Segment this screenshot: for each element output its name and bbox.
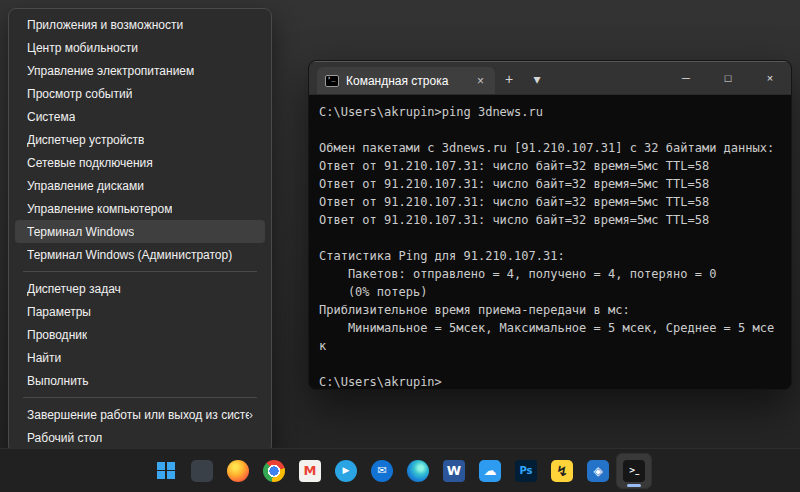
tab-command-prompt[interactable]: Командная строка × [317,67,495,94]
terminal-line [319,229,781,247]
menu-item-task-manager[interactable]: Диспетчер задач [15,277,265,300]
terminal-line: Пакетов: отправлено = 4, получено = 4, п… [319,265,781,283]
menu-item-label: Центр мобильности [27,41,138,55]
menu-item-computer-management[interactable]: Управление компьютером [15,197,265,220]
menu-item-file-explorer[interactable]: Проводник [15,323,265,346]
menu-item-label: Управление компьютером [27,202,172,216]
tab-title: Командная строка [346,74,448,88]
menu-separator [23,397,257,398]
menu-item-windows-terminal[interactable]: Терминал Windows [15,220,265,243]
telegram-icon: ▶ [335,460,357,482]
terminal-line: Ответ от 91.210.107.31: число байт=32 вр… [319,175,781,193]
taskbar: M ▶ ✉ W ☁ Ps [0,448,800,492]
taskbar-icon-photoshop[interactable]: Ps [509,454,543,488]
menu-item-label: Выполнить [27,374,89,388]
menu-item-label: Сетевые подключения [27,156,153,170]
taskbar-icon-edge[interactable] [401,454,435,488]
menu-item-label: Рабочий стол [27,431,102,445]
tab-dropdown-button[interactable]: ▾ [523,65,551,93]
taskbar-icon-word[interactable]: W [437,454,471,488]
windows-logo-icon [157,462,175,480]
menu-item-label: Управление дисками [27,179,144,193]
menu-item-desktop[interactable]: Рабочий стол [15,426,265,449]
menu-item-apps-and-features[interactable]: Приложения и возможности [15,13,265,36]
menu-item-label: Просмотр событий [27,87,132,101]
close-button[interactable]: × [749,61,791,94]
taskbar-icon-gmail[interactable]: M [293,454,327,488]
winx-menu: Приложения и возможности Центр мобильнос… [8,8,272,454]
menu-item-label: Терминал Windows (Администратор) [27,248,232,262]
command-prompt-icon [325,75,339,87]
photoshop-icon: Ps [515,460,537,482]
menu-item-label: Управление электропитанием [27,64,194,78]
lightning-icon: ↯ [551,460,573,482]
taskbar-icon-chrome[interactable] [257,454,291,488]
terminal-line: Ответ от 91.210.107.31: число байт=32 вр… [319,211,781,229]
terminal-line: Статистика Ping для 91.210.107.31: [319,247,781,265]
chrome-icon [263,460,285,482]
menu-item-settings[interactable]: Параметры [15,300,265,323]
menu-item-device-manager[interactable]: Диспетчер устройств [15,128,265,151]
menu-item-windows-terminal-admin[interactable]: Терминал Windows (Администратор) [15,243,265,266]
terminal-line: (0% потерь) [319,283,781,301]
minimize-button[interactable]: ─ [665,61,707,94]
terminal-line [319,121,781,139]
terminal-line: C:\Users\akrupin>ping 3dnews.ru [319,103,781,121]
new-tab-button[interactable]: + [495,65,523,93]
taskbar-icon-blue-app[interactable]: ◈ [581,454,615,488]
blue-app-icon: ◈ [587,460,609,482]
menu-item-run[interactable]: Выполнить [15,369,265,392]
menu-item-network-connections[interactable]: Сетевые подключения [15,151,265,174]
menu-item-event-viewer[interactable]: Просмотр событий [15,82,265,105]
menu-item-label: Приложения и возможности [27,18,183,32]
terminal-line: C:\Users\akrupin> [319,373,781,390]
chevron-right-icon: › [249,408,253,421]
menu-item-label: Диспетчер устройств [27,133,144,147]
menu-item-disk-management[interactable]: Управление дисками [15,174,265,197]
terminal-line: Обмен пакетами с 3dnews.ru [91.210.107.3… [319,139,781,157]
taskbar-icon-telegram[interactable]: ▶ [329,454,363,488]
firefox-icon [227,460,249,482]
terminal-window: Командная строка × + ▾ ─ □ × C:\Users\ak… [308,60,792,390]
menu-item-search[interactable]: Найти [15,346,265,369]
maximize-button[interactable]: □ [707,61,749,94]
cloud-app-icon: ☁ [479,460,501,482]
taskbar-icon-mail[interactable]: ✉ [365,454,399,488]
menu-item-label: Система [27,110,75,124]
terminal-line: Приблизительное время приема-передачи в … [319,301,781,319]
menu-item-power-options[interactable]: Управление электропитанием [15,59,265,82]
menu-item-label: Диспетчер задач [27,282,121,296]
taskbar-icon-terminal[interactable]: >_ [617,454,651,488]
menu-item-label: Найти [27,351,61,365]
menu-item-label: Терминал Windows [27,225,134,239]
terminal-line: Минимальное = 5мсек, Максимальное = 5 мс… [319,319,781,337]
menu-item-mobility-center[interactable]: Центр мобильности [15,36,265,59]
terminal-line: Ответ от 91.210.107.31: число байт=32 вр… [319,193,781,211]
word-icon: W [443,460,465,482]
taskbar-icon-dark-app[interactable] [185,454,219,488]
menu-item-label: Завершение работы или выход из системы [27,408,249,422]
taskbar-icon-cloud-app[interactable]: ☁ [473,454,507,488]
terminal-line: Ответ от 91.210.107.31: число байт=32 вр… [319,157,781,175]
tab-close-button[interactable]: × [474,73,487,89]
menu-item-label: Параметры [27,305,91,319]
menu-item-shutdown-or-signout[interactable]: Завершение работы или выход из системы › [15,403,265,426]
menu-separator [23,271,257,272]
taskbar-icons: M ▶ ✉ W ☁ Ps [149,454,651,488]
menu-item-system[interactable]: Система [15,105,265,128]
tab-bar: Командная строка × + ▾ ─ □ × [309,61,791,95]
terminal-line [319,355,781,373]
window-controls: ─ □ × [665,61,791,94]
dark-app-icon [191,460,213,482]
gmail-icon: M [299,460,321,482]
terminal-icon: >_ [623,460,645,482]
taskbar-start-button[interactable] [149,454,183,488]
edge-icon [407,460,429,482]
taskbar-icon-lightning-app[interactable]: ↯ [545,454,579,488]
terminal-screen[interactable]: C:\Users\akrupin>ping 3dnews.ru Обмен па… [309,95,791,390]
taskbar-icon-firefox[interactable] [221,454,255,488]
menu-item-label: Проводник [27,328,87,342]
tab-aux-buttons: + ▾ [495,61,551,94]
terminal-line: к [319,337,781,355]
mail-icon: ✉ [371,460,393,482]
